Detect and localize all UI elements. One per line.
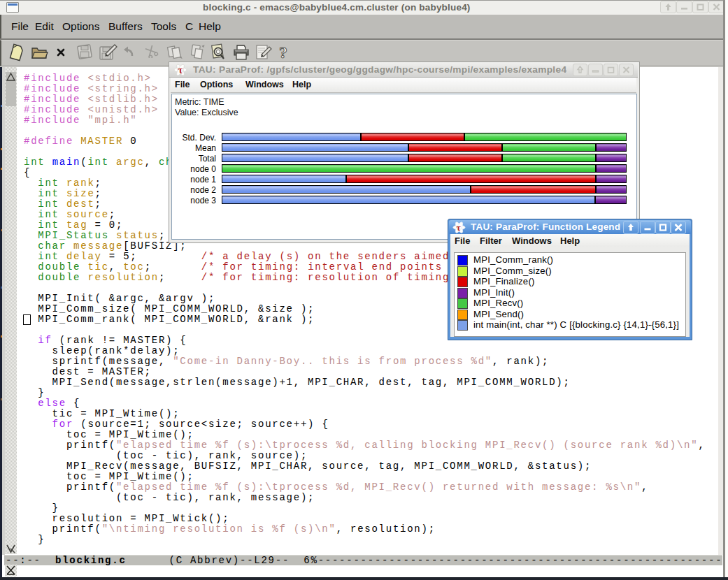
svg-text:?: ?	[279, 43, 287, 61]
svg-text:τ: τ	[178, 65, 183, 75]
svg-text:τ: τ	[457, 222, 462, 233]
